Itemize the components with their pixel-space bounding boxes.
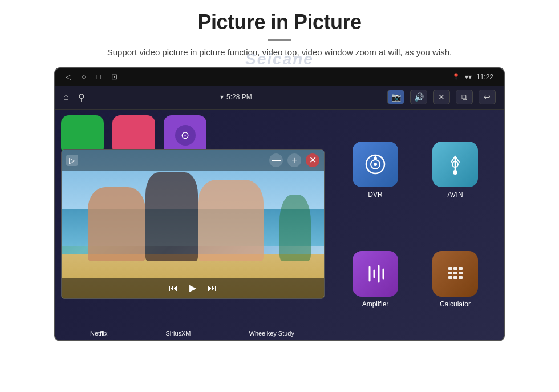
avin-label: AVIN <box>447 191 463 199</box>
action-center: ▾ 5:28 PM <box>220 93 252 101</box>
close-button[interactable]: ✕ <box>433 90 450 104</box>
title-divider <box>268 39 291 41</box>
home-icon[interactable]: ⌂ <box>63 92 69 102</box>
action-time: 5:28 PM <box>226 93 252 101</box>
tree <box>280 195 311 261</box>
pip-close-button[interactable]: ✕ <box>306 153 319 167</box>
calculator-app[interactable]: Calculator <box>415 225 495 334</box>
dvr-icon-box <box>353 142 398 187</box>
calculator-label: Calculator <box>440 300 471 308</box>
action-bar: ⌂ ⚲ ▾ 5:28 PM 📷 🔊 ✕ ⧉ ↩ <box>55 86 504 110</box>
amplifier-icon-box <box>353 251 398 297</box>
avin-icon-box <box>432 142 478 187</box>
camera-button[interactable]: 📷 <box>387 90 404 104</box>
split-button[interactable]: ⧉ <box>456 90 473 104</box>
page-wrapper: Picture in Picture Seicane Support video… <box>0 0 559 392</box>
next-button[interactable]: ⏭ <box>208 283 217 293</box>
usb-icon[interactable]: ⚲ <box>78 92 85 103</box>
page-description: Support video picture in picture functio… <box>107 46 452 59</box>
volume-button[interactable]: 🔊 <box>410 90 427 104</box>
location-icon: 📍 <box>452 73 460 81</box>
wifi-action-icon: ▾ <box>220 93 224 101</box>
svg-point-8 <box>453 170 457 175</box>
calculator-icon-box <box>432 251 478 297</box>
page-title: Picture in Picture <box>197 10 361 34</box>
svg-rect-16 <box>459 267 463 270</box>
pip-window[interactable]: ▷ — + ✕ ⏮ ▶ ⏭ <box>61 149 325 299</box>
recents-icon[interactable]: □ <box>96 72 101 81</box>
status-time: 11:22 <box>476 73 493 81</box>
person1 <box>88 187 145 261</box>
action-right-buttons: 📷 🔊 ✕ ⧉ ↩ <box>387 90 496 104</box>
svg-rect-20 <box>448 276 452 279</box>
svg-rect-14 <box>448 267 452 270</box>
netflix-label: Netflix <box>90 330 108 337</box>
back-icon[interactable]: ◁ <box>66 72 71 81</box>
back-action-button[interactable]: ↩ <box>479 90 496 104</box>
svg-rect-21 <box>453 276 457 279</box>
amplifier-app[interactable]: Amplifier <box>335 225 415 334</box>
svg-point-2 <box>374 163 377 166</box>
pip-window-controls: — + ✕ <box>269 153 319 167</box>
main-content: ⊙ ▷ <box>55 110 504 340</box>
app-grid: DVR AVIN <box>327 110 504 340</box>
pip-controls: ▷ — + ✕ <box>62 150 324 171</box>
dvr-label: DVR <box>368 191 382 199</box>
svg-rect-19 <box>459 272 463 274</box>
play-button[interactable]: ▶ <box>189 282 196 293</box>
menu-icon[interactable]: ⊡ <box>111 72 118 81</box>
person3 <box>198 180 264 261</box>
svg-rect-15 <box>453 267 457 270</box>
svg-point-4 <box>374 157 377 160</box>
pip-video <box>62 150 324 298</box>
svg-rect-17 <box>448 272 452 274</box>
wheelkey-label: Wheelkey Study <box>249 330 294 337</box>
status-bar: ◁ ○ □ ⊡ 📍 ▾▾ 11:22 <box>55 68 504 86</box>
svg-rect-18 <box>453 272 457 274</box>
prev-button[interactable]: ⏮ <box>169 283 178 293</box>
pip-media-controls: ⏮ ▶ ⏭ <box>62 278 324 298</box>
person2 <box>145 172 198 261</box>
pip-minimize-button[interactable]: — <box>269 153 283 167</box>
avin-app[interactable]: AVIN <box>415 115 495 225</box>
pip-play-icon: ▷ <box>66 155 78 166</box>
status-nav-icons: ◁ ○ □ ⊡ <box>66 72 118 81</box>
svg-rect-22 <box>459 276 463 279</box>
pip-expand-button[interactable]: + <box>287 153 301 167</box>
action-left-icons: ⌂ ⚲ <box>63 92 85 103</box>
siriusxm-label: SiriusXM <box>166 330 191 337</box>
bottom-labels: Netflix SiriusXM Wheelkey Study <box>55 330 329 340</box>
dvr-app[interactable]: DVR <box>335 115 415 225</box>
amplifier-label: Amplifier <box>362 300 389 308</box>
status-right-area: 📍 ▾▾ 11:22 <box>452 73 493 81</box>
wifi-icon: ▾▾ <box>465 73 472 81</box>
home-circle-icon[interactable]: ○ <box>82 72 86 81</box>
device-frame: ◁ ○ □ ⊡ 📍 ▾▾ 11:22 ⌂ ⚲ ▾ 5:28 PM 📷 <box>54 67 505 341</box>
